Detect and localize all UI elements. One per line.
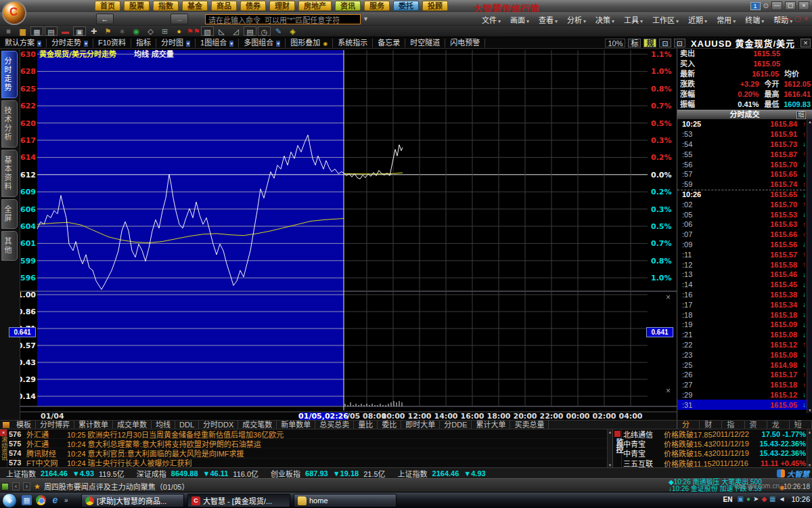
sales-row[interactable]: :06 1615.63 ↑ <box>677 219 812 230</box>
indicator-tab[interactable]: 委比 <box>378 421 401 429</box>
image-icon[interactable]: ▧ <box>201 26 214 36</box>
sales-row[interactable]: :12 1615.58 ↑ <box>677 259 812 270</box>
monitor-row[interactable]: 中青宝 价格跌破15.43 2011/12/19 15.43-22.36% <box>623 448 806 458</box>
nav-button[interactable]: 股票 <box>124 1 150 11</box>
scheme-tab[interactable]: 闪电预警 <box>445 39 485 47</box>
gold-diamond-icon[interactable]: ◈ <box>286 26 299 36</box>
nav-button[interactable]: 指数 <box>153 1 179 11</box>
detail-button[interactable]: 细 <box>796 111 806 119</box>
menu-item[interactable]: 常用 <box>717 14 736 25</box>
nav-button[interactable]: 债券 <box>240 1 266 11</box>
monitor-row[interactable]: 中青宝 价格跌破15.43 2011/12/19 15.43-22.36% <box>623 439 806 448</box>
scroll-up-icon[interactable]: ▲ <box>807 120 812 124</box>
right-panel-tab[interactable]: 短线 <box>790 421 812 429</box>
indicator-tab[interactable]: 累计数单 <box>74 421 113 429</box>
side-tab[interactable]: 其他 <box>1 231 18 261</box>
side-tab[interactable]: 基本资料 <box>1 150 18 197</box>
mouse-icon[interactable]: ➤ <box>753 494 759 504</box>
indicator-tab[interactable]: 成交单数 <box>113 421 152 429</box>
pane-close-icon-2[interactable]: × <box>666 386 671 396</box>
menu-item[interactable]: 查看 <box>539 14 558 25</box>
grid-icon[interactable]: ⊞ <box>158 26 171 36</box>
task-button[interactable]: C 大智慧 - [黄金现货/... <box>187 494 290 507</box>
bell-icon[interactable]: ● <box>173 26 185 36</box>
nav-button[interactable]: 基金 <box>182 1 208 11</box>
sales-row[interactable]: :16 1615.38 ↓ <box>677 290 812 300</box>
menu-item[interactable]: 工作区 <box>652 14 679 25</box>
ruler-right-icon[interactable]: ◿ <box>229 26 242 36</box>
index-item[interactable]: 上证指数 2164.46 ▼4.93 <box>392 468 497 479</box>
task-button[interactable]: home <box>294 494 397 507</box>
side-tab[interactable]: 分时走势 <box>1 51 18 98</box>
nav-button[interactable]: 商品 <box>211 1 237 11</box>
scroll-up-icon[interactable]: ▲ <box>807 430 812 434</box>
chrome-icon[interactable] <box>36 495 46 505</box>
sales-row[interactable]: :53 1615.91 ↑ <box>677 129 812 140</box>
sales-scrollbar[interactable]: ▲ ▼ <box>807 119 812 413</box>
minimize-button[interactable]: — <box>771 1 782 10</box>
scheme-tab[interactable]: F10资料 <box>93 39 131 47</box>
menu-item[interactable]: 分析 <box>567 14 586 25</box>
status-headline[interactable]: 周四股市要闻点评及主力动向聚焦（01/05） <box>44 481 189 492</box>
indicator-tab[interactable]: 成交笔数 <box>238 421 277 429</box>
indicator-tab[interactable]: 均线 <box>152 421 175 429</box>
scheme-tab[interactable]: 系统指示 <box>333 39 373 47</box>
sales-row[interactable]: :17 1615.34 ↓ <box>677 299 812 310</box>
folder-icon[interactable]: ▆ <box>16 26 29 36</box>
sales-row[interactable]: :23 1615.08 ↓ <box>677 350 812 360</box>
security-icon[interactable]: ◆ <box>761 494 767 504</box>
brush-icon[interactable]: ✎ <box>272 26 285 36</box>
sales-row[interactable]: :57 1615.65 ↓ <box>677 169 812 179</box>
scheme-tab[interactable]: 时空隧道 <box>405 39 445 47</box>
index-item[interactable]: 创业板指 687.93 ▼19.18 21.5亿 <box>265 468 392 479</box>
news-row[interactable]: 573 FT中文网 10:24 瑞士央行行长夫人被曝炒汇获利 <box>9 459 606 468</box>
sales-row[interactable]: :59 1615.74 ↑ <box>677 179 812 190</box>
command-dropdown-icon[interactable]: ▼ <box>363 16 369 22</box>
clock-icon[interactable]: ◷ <box>258 26 271 36</box>
mini-close-icon[interactable]: × <box>804 15 808 22</box>
scheme-tab[interactable]: 分时走势 <box>47 39 93 47</box>
right-panel-tab[interactable]: 资讯 <box>745 421 767 429</box>
lock-icon[interactable]: ⊙ <box>763 2 769 9</box>
standard-mode-button[interactable]: 标 <box>628 39 641 47</box>
side-tab[interactable]: 技术分析 <box>1 100 18 148</box>
mini-restore-icon[interactable]: ▢ <box>794 15 800 22</box>
monitor-row[interactable]: 北纬通信 价格跌破17.85 2011/12/22 17.50 -1.77% <box>623 429 806 439</box>
sales-row[interactable]: :27 1615.18 ↑ <box>677 380 812 390</box>
monitor-row[interactable]: 三五互联 价格跌破11.15 2011/12/16 11.11 +0.45% <box>623 459 806 468</box>
sales-row[interactable]: :22 1615.12 ↑ <box>677 340 812 350</box>
indicator-tab[interactable]: 模板 <box>12 421 36 429</box>
volume-icon[interactable]: ◄ <box>779 494 786 504</box>
nav-button[interactable]: 委托 <box>393 1 419 11</box>
app-logo-icon[interactable]: C <box>2 1 26 25</box>
sales-row[interactable]: :11 1615.57 ↑ <box>677 249 812 259</box>
ruler-left-icon[interactable]: ◺ <box>215 26 228 36</box>
forward-button[interactable]: → <box>171 14 188 24</box>
news-scrollbar[interactable]: ▲ ▼ <box>607 429 612 468</box>
right-panel-tab[interactable]: 指数 <box>722 421 744 429</box>
indicator-tab[interactable]: 即时大单 <box>401 421 440 429</box>
nav-button[interactable]: 首页 <box>95 1 120 11</box>
menu-icon[interactable]: ≡ <box>2 26 15 36</box>
sales-row[interactable]: :54 1615.73 ↓ <box>677 140 812 150</box>
monitor-scrollbar[interactable]: ▲ ▼ <box>807 429 812 468</box>
gui-mode-button[interactable]: 规 <box>644 39 656 47</box>
right-panel-tab[interactable]: 分笔 <box>677 421 700 429</box>
nav-button[interactable]: 房地产 <box>298 1 332 11</box>
right-panel-tab[interactable]: 财务 <box>700 421 722 429</box>
mail-icon[interactable] <box>1 483 9 490</box>
indicator-tab[interactable]: 分DDE <box>440 421 472 429</box>
sales-row[interactable]: :02 1615.70 ↑ <box>677 199 812 209</box>
cross-icon[interactable]: ✚ <box>87 26 100 36</box>
scheme-tab[interactable]: 分时图 <box>156 39 196 47</box>
sales-row[interactable]: :19 1615.09 ↓ <box>677 320 812 330</box>
sales-row[interactable]: :09 1615.56 ↓ <box>677 240 812 250</box>
index-item[interactable]: 深证成指 8649.88 ▼46.11 116.0亿 <box>131 468 265 479</box>
sales-row[interactable]: :26 1615.17 ↑ <box>677 370 812 380</box>
nav-button[interactable]: 理财 <box>269 1 295 11</box>
sales-row[interactable]: :29 1615.12 ↓ <box>677 390 812 400</box>
sales-row[interactable]: :31 1615.05 ↓ <box>677 400 812 410</box>
sales-row[interactable]: :55 1615.87 ↑ <box>677 149 812 159</box>
right-panel-tab[interactable]: 龙虎 <box>767 421 790 429</box>
panel-close-icon[interactable]: × <box>800 39 811 47</box>
